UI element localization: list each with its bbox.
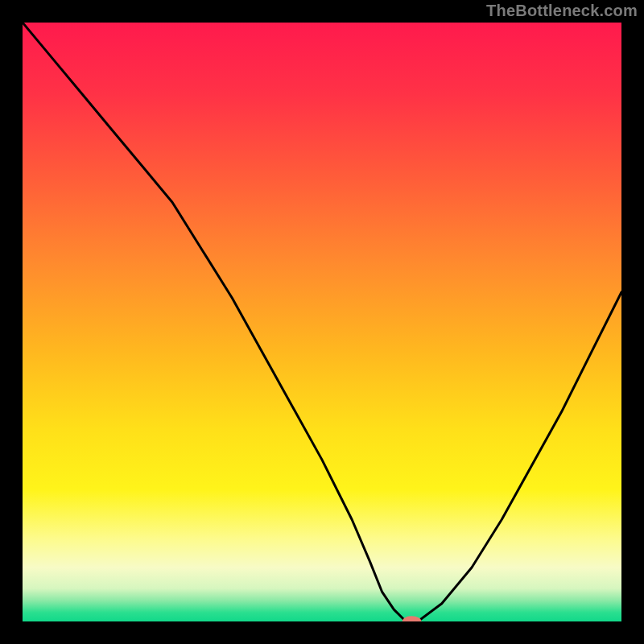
bottleneck-chart (23, 23, 621, 621)
attribution-text: TheBottleneck.com (486, 2, 638, 20)
gradient-background (23, 23, 621, 621)
chart-frame: TheBottleneck.com (0, 0, 644, 644)
plot-area (23, 23, 621, 621)
